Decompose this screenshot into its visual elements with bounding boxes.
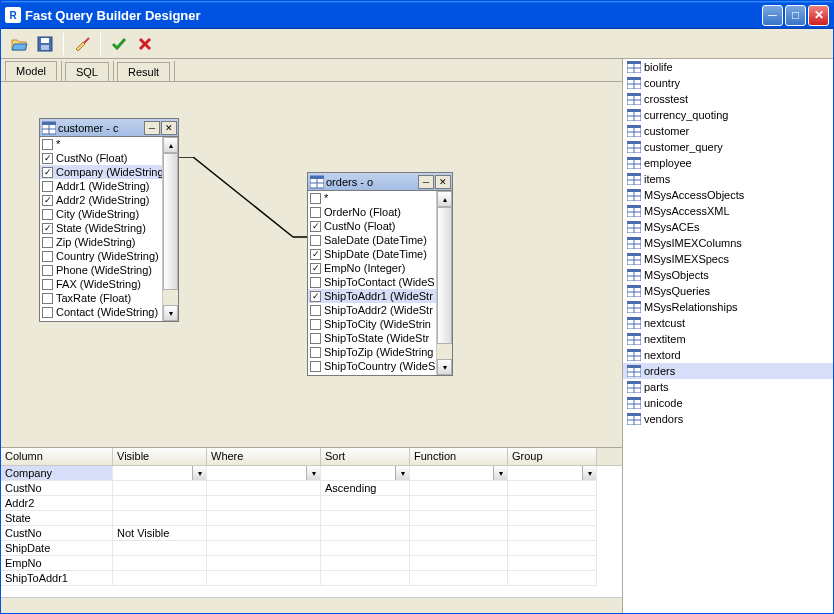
field-row[interactable]: Phone (WideString) — [40, 263, 162, 277]
model-canvas[interactable]: customer - c ─ ✕ *✓CustNo (Float)✓Compan… — [1, 81, 622, 447]
grid-cell[interactable] — [321, 556, 410, 571]
tree-item[interactable]: MSysQueries — [623, 283, 833, 299]
grid-cell[interactable] — [508, 541, 597, 556]
grid-body[interactable]: Company▾▾▾▾▾CustNoAscendingAddr2StateCus… — [1, 466, 622, 597]
dropdown-button[interactable]: ▾ — [582, 466, 596, 480]
grid-cell[interactable]: ▾ — [321, 466, 410, 481]
grid-cell[interactable] — [207, 496, 321, 511]
scroll-down-button[interactable]: ▾ — [437, 359, 452, 375]
grid-cell[interactable] — [321, 496, 410, 511]
checkbox[interactable]: ✓ — [42, 195, 53, 206]
tree-item[interactable]: country — [623, 75, 833, 91]
tables-tree[interactable]: biolifecountrycrosstestcurrency_quotingc… — [623, 59, 833, 613]
tree-item[interactable]: currency_quoting — [623, 107, 833, 123]
checkbox[interactable] — [42, 139, 53, 150]
tree-item[interactable]: MSysACEs — [623, 219, 833, 235]
grid-header-cell[interactable]: Where — [207, 448, 321, 465]
scrollbar[interactable]: ▴ ▾ — [162, 137, 178, 321]
grid-cell[interactable] — [508, 556, 597, 571]
maximize-button[interactable]: □ — [785, 5, 806, 26]
field-row[interactable]: TaxRate (Float) — [40, 291, 162, 305]
minimize-button[interactable]: ─ — [762, 5, 783, 26]
grid-cell[interactable] — [321, 541, 410, 556]
tree-item[interactable]: customer — [623, 123, 833, 139]
grid-cell[interactable] — [508, 526, 597, 541]
field-row[interactable]: * — [40, 137, 162, 151]
field-row[interactable]: ✓Company (WideString — [40, 165, 162, 179]
field-row[interactable]: ✓ShipToAddr1 (WideStr — [308, 289, 436, 303]
table-minimize-button[interactable]: ─ — [144, 121, 160, 135]
grid-row[interactable]: Addr2 — [1, 496, 622, 511]
field-row[interactable]: ShipToContact (WideS — [308, 275, 436, 289]
grid-cell[interactable]: ▾ — [508, 466, 597, 481]
field-row[interactable]: Contact (WideString) — [40, 305, 162, 319]
checkbox[interactable] — [310, 333, 321, 344]
grid-row[interactable]: ShipToAddr1 — [1, 571, 622, 586]
checkbox[interactable]: ✓ — [310, 263, 321, 274]
grid-header-cell[interactable]: Group — [508, 448, 597, 465]
grid-cell[interactable]: State — [1, 511, 113, 526]
grid-cell[interactable] — [321, 526, 410, 541]
field-row[interactable]: ShipToCity (WideStrin — [308, 317, 436, 331]
tree-item[interactable]: items — [623, 171, 833, 187]
tree-item[interactable]: nextcust — [623, 315, 833, 331]
field-row[interactable]: OrderNo (Float) — [308, 205, 436, 219]
field-row[interactable]: * — [308, 191, 436, 205]
checkbox[interactable] — [42, 181, 53, 192]
checkbox[interactable] — [42, 293, 53, 304]
field-row[interactable]: Country (WideString) — [40, 249, 162, 263]
field-row[interactable]: SaleDate (DateTime) — [308, 233, 436, 247]
grid-cell[interactable] — [410, 481, 508, 496]
grid-cell[interactable]: CustNo — [1, 481, 113, 496]
checkbox[interactable]: ✓ — [42, 223, 53, 234]
grid-cell[interactable] — [508, 496, 597, 511]
field-row[interactable]: City (WideString) — [40, 207, 162, 221]
grid-row[interactable]: State — [1, 511, 622, 526]
tree-item[interactable]: MSysRelationships — [623, 299, 833, 315]
grid-cell[interactable] — [508, 511, 597, 526]
checkbox[interactable] — [310, 207, 321, 218]
clear-button[interactable] — [70, 32, 94, 56]
checkbox[interactable] — [42, 237, 53, 248]
scroll-down-button[interactable]: ▾ — [163, 305, 178, 321]
grid-cell[interactable]: ShipToAddr1 — [1, 571, 113, 586]
field-row[interactable]: ✓Addr2 (WideString) — [40, 193, 162, 207]
scroll-up-button[interactable]: ▴ — [163, 137, 178, 153]
dropdown-button[interactable]: ▾ — [192, 466, 206, 480]
checkbox[interactable]: ✓ — [42, 153, 53, 164]
tree-item[interactable]: customer_query — [623, 139, 833, 155]
grid-cell[interactable] — [113, 556, 207, 571]
checkbox[interactable]: ✓ — [310, 291, 321, 302]
grid-cell[interactable] — [207, 511, 321, 526]
grid-header-cell[interactable]: Column — [1, 448, 113, 465]
tree-item[interactable]: MSysObjects — [623, 267, 833, 283]
checkbox[interactable] — [42, 251, 53, 262]
tree-item[interactable]: unicode — [623, 395, 833, 411]
checkbox[interactable] — [310, 361, 321, 372]
grid-cell[interactable] — [207, 571, 321, 586]
checkbox[interactable] — [42, 307, 53, 318]
table-close-button[interactable]: ✕ — [161, 121, 177, 135]
grid-cell[interactable]: CustNo — [1, 526, 113, 541]
grid-cell[interactable]: EmpNo — [1, 556, 113, 571]
grid-cell[interactable] — [113, 496, 207, 511]
tab-result[interactable]: Result — [117, 62, 170, 81]
tree-item[interactable]: MSysIMEXSpecs — [623, 251, 833, 267]
grid-cell[interactable] — [207, 541, 321, 556]
grid-cell[interactable] — [410, 511, 508, 526]
grid-cell[interactable] — [410, 541, 508, 556]
tree-item[interactable]: biolife — [623, 59, 833, 75]
grid-cell[interactable]: ShipDate — [1, 541, 113, 556]
grid-header-cell[interactable]: Function — [410, 448, 508, 465]
field-row[interactable]: ✓EmpNo (Integer) — [308, 261, 436, 275]
checkbox[interactable] — [42, 209, 53, 220]
save-button[interactable] — [33, 32, 57, 56]
grid-header-cell[interactable]: Visible — [113, 448, 207, 465]
tree-item[interactable]: employee — [623, 155, 833, 171]
dropdown-button[interactable]: ▾ — [493, 466, 507, 480]
tree-item[interactable]: crosstest — [623, 91, 833, 107]
dropdown-button[interactable]: ▾ — [395, 466, 409, 480]
grid-cell[interactable] — [207, 481, 321, 496]
cancel-button[interactable] — [133, 32, 157, 56]
horizontal-scrollbar[interactable] — [1, 597, 622, 613]
